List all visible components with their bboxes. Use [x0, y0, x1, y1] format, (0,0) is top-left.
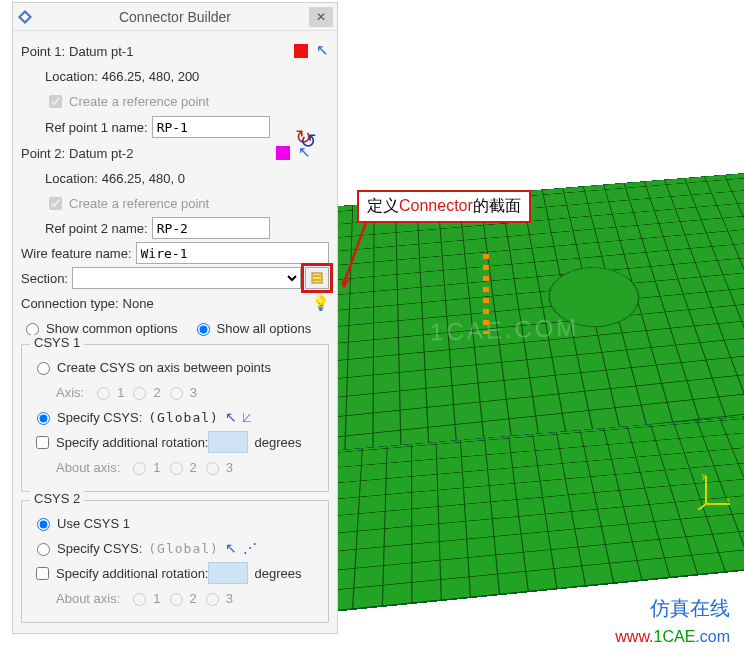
csys1-axis-2 [133, 387, 146, 400]
csys1-global: (Global) [148, 410, 219, 425]
point2-create-ref-checkbox [49, 197, 62, 210]
csys1-group: CSYS 1 Create CSYS on axis between point… [21, 344, 329, 492]
section-combo[interactable] [72, 267, 301, 289]
csys1-about-3 [206, 462, 219, 475]
point2-location: 466.25, 480, 0 [102, 171, 185, 186]
show-all-label: Show all options [217, 321, 312, 336]
point1-color-swatch[interactable] [294, 44, 308, 58]
point2-loc-label: Location: [45, 171, 98, 186]
csys2-about-row: About axis: 1 2 3 [32, 587, 318, 609]
footer-url: www.1CAE.com [615, 628, 730, 646]
csys1-axis-label: Axis: [56, 385, 84, 400]
close-button[interactable]: ✕ [309, 7, 333, 27]
csys1-specify-label: Specify CSYS: [57, 410, 142, 425]
csys2-about-label: About axis: [56, 591, 120, 606]
footer-cn: 仿真在线 [650, 595, 730, 622]
point2-create-ref-label: Create a reference point [69, 196, 209, 211]
csys1-axis-1 [97, 387, 110, 400]
tip-icon[interactable]: 💡 [312, 295, 329, 311]
csys1-addl-rot-checkbox[interactable] [36, 436, 49, 449]
point1-create-ref-checkbox [49, 95, 62, 108]
csys1-axis-3 [170, 387, 183, 400]
callout-p1: 定义 [367, 197, 399, 214]
conn-type-label: Connection type: [21, 296, 119, 311]
csys1-axes-icon[interactable]: ⟀ [243, 409, 251, 425]
csys2-specify-label: Specify CSYS: [57, 541, 142, 556]
svg-line-5 [344, 217, 368, 283]
conn-type-value: None [123, 296, 154, 311]
csys2-addl-label: Specify additional rotation: [56, 566, 208, 581]
connector-preview-line [483, 254, 489, 334]
pick-csys1-icon[interactable]: ↖ [225, 409, 237, 425]
ref2-name-input[interactable] [152, 217, 270, 239]
csys1-about-1 [133, 462, 146, 475]
csys2-axes-icon: ⋰ [243, 540, 257, 556]
watermark: 1CAE.COM [430, 313, 580, 346]
pick-point1-icon[interactable]: ↖ [316, 41, 329, 59]
point2-label: Point 2: [21, 146, 65, 161]
csys2-about-1 [133, 593, 146, 606]
csys1-specify-option[interactable]: Specify CSYS: [32, 409, 142, 425]
point1-datum: Datum pt-1 [69, 44, 133, 59]
wire-name-input[interactable] [136, 242, 329, 264]
point2-row: Point 2: Datum pt-2 ↖ [21, 142, 329, 164]
csys1-addl-label: Specify additional rotation: [56, 435, 208, 450]
csys1-degrees-label: degrees [254, 435, 301, 450]
csys2-degrees-label: degrees [254, 566, 301, 581]
point1-create-ref-label: Create a reference point [69, 94, 209, 109]
connector-builder-dialog: Connector Builder ✕ Point 1: Datum pt-1 … [12, 2, 338, 634]
csys2-use1-option[interactable]: Use CSYS 1 [32, 515, 130, 531]
csys2-specify-option[interactable]: Specify CSYS: [32, 540, 142, 556]
point1-location: 466.25, 480, 200 [102, 69, 200, 84]
show-common-label: Show common options [46, 321, 178, 336]
show-all-option[interactable]: Show all options [192, 320, 312, 336]
ref1-name-label: Ref point 1 name: [45, 120, 148, 135]
csys2-degrees-input[interactable] [208, 562, 248, 584]
wire-label: Wire feature name: [21, 246, 132, 261]
annotation-callout: 定义Connector的截面 [357, 190, 531, 223]
callout-p2: Connector [399, 197, 473, 214]
csys1-create-label: Create CSYS on axis between points [57, 360, 271, 375]
csys2-about-3 [206, 593, 219, 606]
csys1-degrees-input[interactable] [208, 431, 248, 453]
csys1-create-option[interactable]: Create CSYS on axis between points [32, 359, 271, 375]
callout-p3: 的截面 [473, 197, 521, 214]
section-label: Section: [21, 271, 68, 286]
ref2-name-label: Ref point 2 name: [45, 221, 148, 236]
point2-datum: Datum pt-2 [69, 146, 133, 161]
point1-label: Point 1: [21, 44, 65, 59]
csys2-global: (Global) [148, 541, 219, 556]
csys2-addl-rot-checkbox[interactable] [36, 567, 49, 580]
csys1-about-row: About axis: 1 2 3 [32, 456, 318, 478]
svg-marker-6 [342, 279, 350, 289]
show-common-option[interactable]: Show common options [21, 320, 178, 336]
point1-row: Point 1: Datum pt-1 ↖ [21, 40, 329, 62]
svg-rect-9 [312, 273, 322, 283]
pick-csys2-icon: ↖ [225, 540, 237, 556]
point2-color-swatch[interactable] [276, 146, 290, 160]
ref1-name-input[interactable] [152, 116, 270, 138]
app-icon [17, 9, 33, 25]
titlebar[interactable]: Connector Builder ✕ [13, 3, 337, 31]
svg-text:x: x [726, 495, 730, 504]
csys1-about-label: About axis: [56, 460, 120, 475]
csys1-about-2 [170, 462, 183, 475]
view-triad: x y [698, 470, 734, 510]
csys2-about-2 [170, 593, 183, 606]
svg-text:y: y [702, 471, 706, 480]
csys1-axis-row: Axis: 1 2 3 [32, 381, 318, 403]
dialog-title: Connector Builder [41, 9, 309, 25]
create-section-button[interactable] [305, 267, 329, 289]
csys2-use1-label: Use CSYS 1 [57, 516, 130, 531]
csys2-title: CSYS 2 [30, 491, 84, 506]
csys2-group: CSYS 2 Use CSYS 1 Specify CSYS: (Global)… [21, 500, 329, 623]
pick-point2-icon[interactable]: ↖ [298, 143, 311, 161]
svg-line-2 [698, 504, 706, 510]
point1-loc-label: Location: [45, 69, 98, 84]
csys1-title: CSYS 1 [30, 335, 84, 350]
